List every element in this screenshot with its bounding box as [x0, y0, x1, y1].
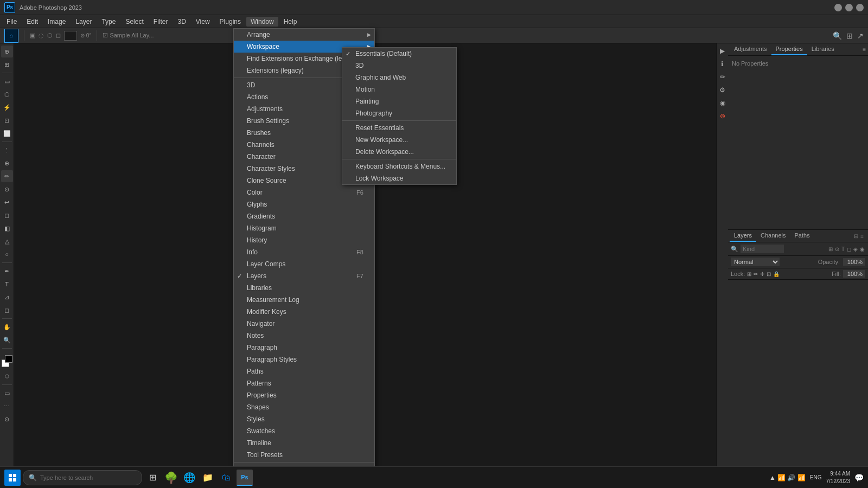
taskbar-app-edge[interactable]: 🌐: [181, 470, 197, 486]
workspace-photography[interactable]: Photography: [342, 107, 456, 119]
notification-icon[interactable]: 💬: [854, 473, 864, 482]
tool-spot-heal[interactable]: ⊕: [1, 157, 13, 169]
taskbar-app-tree[interactable]: 🌳: [163, 470, 179, 486]
menu-item-modifier-keys[interactable]: Modifier Keys: [234, 306, 374, 318]
menu-item-gradients[interactable]: Gradients: [234, 210, 374, 222]
taskbar-search-box[interactable]: 🔍: [23, 470, 142, 485]
home-icon[interactable]: ⌂: [4, 29, 18, 43]
menu-item-measurement-log[interactable]: Measurement Log: [234, 294, 374, 306]
tool-history-brush[interactable]: ↩: [1, 196, 13, 208]
tool-artboard[interactable]: ⊞: [1, 59, 13, 70]
tab-layers[interactable]: Layers: [730, 230, 756, 242]
tab-adjustments[interactable]: Adjustments: [730, 43, 771, 55]
share-icon[interactable]: ↗: [857, 31, 864, 40]
menu-item-styles[interactable]: Styles: [234, 413, 374, 425]
workspace-essentials[interactable]: ✓ Essentials (Default): [342, 48, 456, 60]
tool-marquee[interactable]: ▭: [1, 75, 13, 87]
menu-file[interactable]: File: [2, 17, 21, 27]
menu-item-histogram[interactable]: Histogram: [234, 222, 374, 234]
tool-blur[interactable]: △: [1, 235, 13, 247]
menu-3d[interactable]: 3D: [173, 17, 190, 27]
tool-pen[interactable]: ✒: [1, 265, 13, 277]
tab-paths[interactable]: Paths: [790, 230, 814, 242]
minimize-button[interactable]: [834, 4, 842, 11]
menu-window[interactable]: Window: [246, 17, 278, 27]
workspace-keyboard[interactable]: Keyboard Shortcuts & Menus...: [342, 160, 456, 172]
info-icon[interactable]: ℹ: [717, 59, 728, 69]
foreground-swatch[interactable]: [5, 355, 12, 363]
workspace-delete[interactable]: Delete Workspace...: [342, 146, 456, 158]
lock-all-icon[interactable]: 🔒: [773, 271, 780, 277]
menu-item-paths[interactable]: Paths: [234, 365, 374, 377]
mask-icon[interactable]: ◉: [717, 98, 728, 108]
filter-smart-icon[interactable]: ◈: [853, 246, 858, 252]
taskbar-app-photoshop[interactable]: Ps: [237, 470, 253, 486]
filter-toggle-icon[interactable]: ◉: [860, 246, 865, 252]
menu-edit[interactable]: Edit: [22, 17, 42, 27]
arrange-icon[interactable]: ⊞: [846, 31, 853, 40]
lock-transparent-icon[interactable]: ⊞: [747, 271, 751, 277]
tool-move[interactable]: ⊕: [1, 46, 13, 57]
menu-arrange[interactable]: Arrange: [234, 29, 374, 41]
tool-crop[interactable]: ⊡: [1, 114, 13, 126]
workspace-graphic-web[interactable]: Graphic and Web: [342, 72, 456, 84]
fill-input[interactable]: [843, 270, 865, 278]
tab-channels[interactable]: Channels: [756, 230, 790, 242]
taskbar-search-input[interactable]: [40, 474, 127, 481]
menu-item-libraries[interactable]: Libraries: [234, 282, 374, 294]
tool-extra[interactable]: ⋯: [1, 400, 13, 412]
tool-shape[interactable]: ◻: [1, 304, 13, 316]
menu-view[interactable]: View: [192, 17, 214, 27]
lock-position-icon[interactable]: ✛: [760, 271, 764, 277]
menu-select[interactable]: Select: [121, 17, 148, 27]
menu-item-properties[interactable]: Properties: [234, 389, 374, 401]
menu-layer[interactable]: Layer: [71, 17, 96, 27]
menu-item-tool-presets[interactable]: Tool Presets: [234, 449, 374, 461]
tool-frame[interactable]: ⬜: [1, 127, 13, 139]
menu-item-swatches[interactable]: Swatches: [234, 425, 374, 437]
tool-clone[interactable]: ⊙: [1, 183, 13, 195]
tab-properties[interactable]: Properties: [771, 43, 807, 55]
tool-zoom[interactable]: 🔍: [1, 334, 13, 346]
tool-3d-object[interactable]: ⊙: [1, 413, 13, 425]
adjust-icon[interactable]: ⚙: [717, 85, 728, 95]
tool-screen-mode[interactable]: ▭: [1, 387, 13, 399]
workspace-lock[interactable]: Lock Workspace: [342, 172, 456, 184]
menu-item-shapes[interactable]: Shapes: [234, 401, 374, 413]
taskbar-app-store[interactable]: 🛍: [218, 470, 234, 486]
lock-pixels-icon[interactable]: ✏: [754, 271, 758, 277]
workspace-motion[interactable]: Motion: [342, 84, 456, 95]
menu-item-timeline[interactable]: Timeline: [234, 437, 374, 449]
menu-item-color[interactable]: Color F6: [234, 187, 374, 198]
tool-quick-select[interactable]: ⚡: [1, 101, 13, 113]
menu-item-info[interactable]: Info F8: [234, 246, 374, 258]
blend-mode-select[interactable]: Normal: [731, 258, 780, 266]
menu-help[interactable]: Help: [279, 17, 302, 27]
learn-icon[interactable]: ▶: [717, 46, 728, 56]
menu-item-layer-comps[interactable]: Layer Comps: [234, 258, 374, 270]
foreground-color-swatch[interactable]: [64, 31, 77, 41]
workspace-new[interactable]: New Workspace...: [342, 134, 456, 146]
tool-brush[interactable]: ✏: [1, 170, 13, 182]
menu-filter[interactable]: Filter: [149, 17, 173, 27]
filter-pixel-icon[interactable]: ⊞: [828, 246, 833, 252]
tool-eyedropper[interactable]: ⋮: [1, 144, 13, 156]
tool-type[interactable]: T: [1, 278, 13, 290]
search-icon[interactable]: 🔍: [833, 31, 842, 40]
artboard-icon[interactable]: ⊚: [717, 111, 728, 121]
menu-item-paragraph-styles[interactable]: Paragraph Styles: [234, 354, 374, 365]
close-button[interactable]: [856, 4, 864, 11]
menu-item-history[interactable]: History: [234, 234, 374, 246]
menu-workspace[interactable]: Workspace ✓ Essentials (Default) 3D Grap…: [234, 41, 374, 53]
panel-menu-icon[interactable]: ≡: [863, 47, 866, 53]
edit-icon[interactable]: ✏: [717, 72, 728, 82]
tab-libraries[interactable]: Libraries: [807, 43, 839, 55]
filter-shape-icon[interactable]: ◻: [847, 246, 851, 252]
taskbar-app-explorer[interactable]: 📁: [200, 470, 216, 486]
layers-menu-icon[interactable]: ≡: [860, 233, 864, 239]
menu-item-notes[interactable]: Notes: [234, 330, 374, 342]
tool-eraser[interactable]: ◻: [1, 209, 13, 221]
task-view-icon[interactable]: ⊞: [144, 470, 161, 486]
workspace-painting[interactable]: Painting: [342, 95, 456, 107]
menu-item-patterns[interactable]: Patterns: [234, 377, 374, 389]
